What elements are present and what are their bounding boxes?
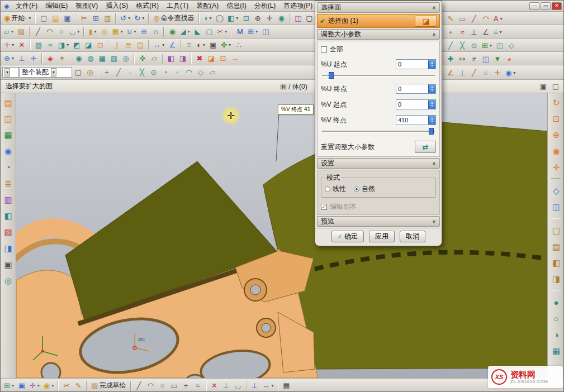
snap-end-icon[interactable]: ╱ xyxy=(445,40,456,51)
undo-icon[interactable]: ↺▾ xyxy=(119,13,132,24)
delete-face-icon[interactable]: ✖ xyxy=(194,53,205,64)
u-end-input[interactable]: 0 ▲▼ xyxy=(396,84,436,94)
isometric-view-icon[interactable]: ◧ xyxy=(551,257,562,268)
dock-prompt-icon[interactable]: ▣ xyxy=(538,81,549,92)
trim-sheet-icon[interactable]: ◩ xyxy=(71,40,82,51)
point-tool-icon[interactable]: + xyxy=(445,26,456,37)
wireframe-display-icon[interactable]: ◯ xyxy=(214,13,225,24)
sketch-rectangle-icon[interactable]: ▭ xyxy=(169,380,180,391)
object-display-icon[interactable]: ▣ xyxy=(207,40,219,51)
boss-icon[interactable]: ◍ xyxy=(85,53,96,64)
history-palette-icon[interactable]: ◔ xyxy=(3,161,14,173)
reset-parameters-button[interactable]: ⇄ xyxy=(415,141,436,153)
selection-scope-combo[interactable]: 整个装配 ▾ xyxy=(20,67,72,78)
snap-point-on-face-icon[interactable]: ◇ xyxy=(195,67,206,78)
swept-icon[interactable]: ∫ xyxy=(111,40,122,51)
start-app-icon[interactable]: ◉开始·▾ xyxy=(2,13,32,24)
hole-icon[interactable]: ◉ xyxy=(167,26,178,37)
sketch-point-icon[interactable]: + xyxy=(181,380,192,391)
edit-section-icon[interactable]: ✚ xyxy=(445,53,456,64)
shaded-display-icon[interactable]: ◑▾ xyxy=(202,13,214,24)
pan-view-icon[interactable]: ✛ xyxy=(264,13,275,24)
gc-angle-icon[interactable]: ∠ xyxy=(445,67,456,78)
manufacturing-wizard-icon[interactable]: ◧ xyxy=(2,210,13,221)
expression-icon[interactable]: M xyxy=(234,26,245,37)
fit-view-icon[interactable]: ⊡ xyxy=(240,13,252,24)
menu-format[interactable]: 格式(R) xyxy=(132,1,163,11)
datum-csys-icon[interactable]: ✜ xyxy=(137,53,148,64)
edge-blend-icon[interactable]: ◢▾ xyxy=(178,26,191,37)
extrude-icon[interactable]: ▮▾ xyxy=(87,26,98,37)
settings-group-header[interactable]: 设置 ∧ xyxy=(317,158,440,169)
project-curve-icon[interactable]: ◇ xyxy=(506,40,517,51)
layout-views-icon[interactable]: ▣ xyxy=(16,380,27,391)
slider-handle[interactable] xyxy=(429,128,434,135)
reposition-icon[interactable]: ✛▾ xyxy=(28,380,41,391)
delete-object-icon[interactable]: ✕ xyxy=(16,40,27,51)
deviation-check-icon[interactable]: ≠ xyxy=(468,53,480,64)
ruled-surface-icon[interactable]: ▤ xyxy=(135,40,146,51)
spinner-buttons-icon[interactable]: ▲▼ xyxy=(428,84,435,93)
command-finder-icon[interactable]: ◎命令查找器 xyxy=(151,13,196,24)
spline-tool-icon[interactable]: ≈ xyxy=(457,26,468,37)
trimetric-view-icon[interactable]: ◨ xyxy=(551,273,562,284)
trim-body-icon[interactable]: ✂▾ xyxy=(215,26,229,37)
arc-tool-icon[interactable]: ◠ xyxy=(480,13,491,24)
zoom-view-icon[interactable]: ⊕ xyxy=(252,13,263,24)
menu-assemblies[interactable]: 装配(A) xyxy=(192,1,222,11)
menu-insert[interactable]: 插入(S) xyxy=(102,1,132,11)
sketch-icon[interactable]: ▨ xyxy=(16,26,27,37)
restore-icon[interactable]: ▭ xyxy=(541,2,551,10)
cut-icon[interactable]: ✂ xyxy=(78,13,89,24)
sketch-arc-icon[interactable]: ◠ xyxy=(145,380,157,391)
thicken-icon[interactable]: ▧ xyxy=(33,40,44,51)
snap-point-icon[interactable]: + xyxy=(101,67,112,78)
ok-button[interactable]: ✓ 确定 xyxy=(331,231,364,242)
plane-tool-icon[interactable]: ▱ xyxy=(149,53,160,64)
face-analysis-icon[interactable]: ◕ xyxy=(504,53,515,64)
front-view-icon[interactable]: ▢ xyxy=(551,224,562,236)
v-end-slider[interactable] xyxy=(322,128,435,135)
pan-mode-icon[interactable]: ✛ xyxy=(551,161,562,173)
orient-view-icon[interactable]: ◧▾ xyxy=(226,13,240,24)
dimensions-icon[interactable]: ↔▾ xyxy=(261,380,276,391)
render-style-icon[interactable]: ◉▾ xyxy=(42,380,55,391)
minimize-icon[interactable]: — xyxy=(529,2,539,10)
cancel-button[interactable]: 取消 xyxy=(400,231,425,242)
add-component-icon[interactable]: ⊕▾ xyxy=(2,53,16,64)
circle-icon[interactable]: ○ xyxy=(56,26,67,37)
revolve-icon[interactable]: ◎ xyxy=(99,26,110,37)
pad-icon[interactable]: ▥ xyxy=(108,53,120,64)
system-scenes-icon[interactable]: ◨ xyxy=(2,242,13,254)
sew-icon[interactable]: ≈ xyxy=(45,40,56,51)
show-grid-icon[interactable]: ⊞▾ xyxy=(2,380,16,391)
line-tool-icon[interactable]: ╱ xyxy=(468,13,480,24)
menu-analysis[interactable]: 分析(L) xyxy=(250,1,280,11)
copy-icon[interactable]: ⊞ xyxy=(90,13,101,24)
mode-natural-radio[interactable]: 自然 xyxy=(354,184,375,194)
mode-linear-radio[interactable]: 线性 xyxy=(325,184,346,194)
close-icon[interactable]: ✕ xyxy=(552,2,562,10)
input-panel-icon[interactable]: ▦ xyxy=(281,380,292,391)
studio-mode-icon[interactable]: ◑ xyxy=(551,329,562,340)
system-materials-icon[interactable]: ≣ xyxy=(3,178,14,189)
zoom-in-out-icon[interactable]: ⊕ xyxy=(551,129,562,140)
u-start-slider[interactable] xyxy=(322,72,435,79)
fit-all-icon[interactable]: ⊡ xyxy=(551,113,562,124)
offset-surface-icon[interactable]: ◨▾ xyxy=(56,40,70,51)
interference-check-icon[interactable]: ◈ xyxy=(45,53,56,64)
snap-center-icon[interactable]: ⊙ xyxy=(468,40,480,51)
snap-existing-point-icon[interactable]: ◦ xyxy=(172,67,183,78)
top-view-icon[interactable]: ▤ xyxy=(551,241,562,252)
mirror-feature-icon[interactable]: ◫ xyxy=(260,26,271,37)
show-hide-icon[interactable]: ◐▾ xyxy=(195,40,207,51)
apply-button[interactable]: 应用 xyxy=(369,231,395,242)
constraint-navigator-icon[interactable]: ◫ xyxy=(2,113,13,124)
menu-file[interactable]: 文件(F) xyxy=(12,1,41,11)
face-edges-mode-icon[interactable]: ▦ xyxy=(551,345,562,356)
ruler-tool-icon[interactable]: ▭ xyxy=(457,13,468,24)
selected-face-row[interactable]: ✔ 选择面 (1) ◪ xyxy=(317,14,440,28)
profile-icon[interactable]: ◡▾ xyxy=(68,26,81,37)
spinner-buttons-icon[interactable]: ▲▼ xyxy=(428,100,435,109)
snap-bounded-plane-icon[interactable]: ▱ xyxy=(207,67,218,78)
